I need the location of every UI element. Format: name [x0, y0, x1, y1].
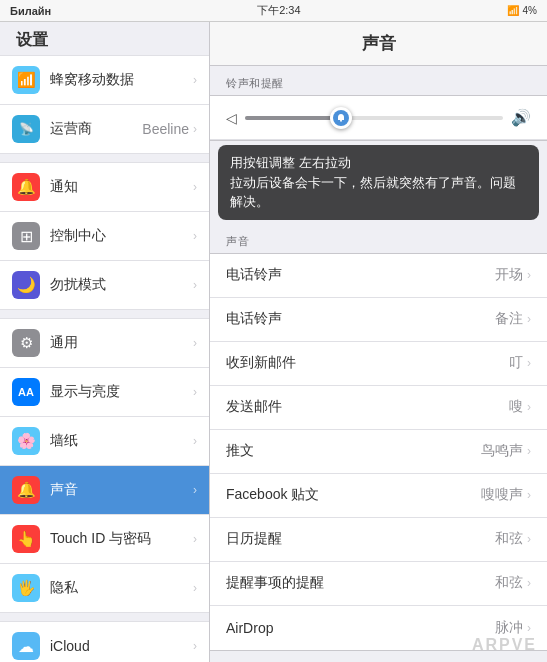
sidebar-label-general: 通用: [50, 334, 193, 352]
chevron-icon-12: ›: [193, 639, 197, 653]
sidebar-item-touchid[interactable]: 👆 Touch ID 与密码 ›: [0, 515, 209, 564]
cellular-icon: 📶: [12, 66, 40, 94]
sidebar-label-cellular: 蜂窝移动数据: [50, 71, 193, 89]
sidebar: 设置 📶 蜂窝移动数据 › 📡 运营商 Beeline › 🔔 通知 › ⊞ 控…: [0, 22, 210, 662]
svg-rect-0: [340, 120, 342, 122]
sidebar-item-dnd[interactable]: 🌙 勿扰模式 ›: [0, 261, 209, 310]
time-label: 下午2:34: [257, 3, 300, 18]
icloud-icon: ☁: [12, 632, 40, 660]
table-row-7[interactable]: 提醒事项的提醒 和弦 ›: [210, 562, 547, 606]
volume-slider-thumb[interactable]: [330, 107, 352, 129]
row-value-3: 嗖: [509, 398, 523, 416]
row-label-6: 日历提醒: [226, 530, 495, 548]
table-row-8[interactable]: AirDrop 脉冲 ›: [210, 606, 547, 650]
volume-high-icon: 🔊: [511, 108, 531, 127]
ringtone-section-label: 铃声和提醒: [210, 66, 547, 95]
row-chevron-8: ›: [527, 621, 531, 635]
tooltip-line1: 用按钮调整 左右拉动: [230, 153, 527, 173]
sidebar-item-control[interactable]: ⊞ 控制中心 ›: [0, 212, 209, 261]
volume-thumb-icon: [333, 110, 349, 126]
control-icon: ⊞: [12, 222, 40, 250]
table-row-6[interactable]: 日历提醒 和弦 ›: [210, 518, 547, 562]
row-chevron-4: ›: [527, 444, 531, 458]
chevron-icon-9: ›: [193, 483, 197, 497]
sidebar-item-icloud[interactable]: ☁ iCloud ›: [0, 621, 209, 662]
sidebar-item-wallpaper[interactable]: 🌸 墙纸 ›: [0, 417, 209, 466]
sound-icon: 🔔: [12, 476, 40, 504]
battery-area: 📶 4%: [507, 5, 537, 16]
row-chevron-6: ›: [527, 532, 531, 546]
sound-section-label: 声音: [210, 224, 547, 253]
row-value-7: 和弦: [495, 574, 523, 592]
row-label-0: 电话铃声: [226, 266, 495, 284]
right-panel: 声音 铃声和提醒 ◁ 🔊: [210, 22, 547, 662]
row-label-2: 收到新邮件: [226, 354, 509, 372]
notification-icon: 🔔: [12, 173, 40, 201]
row-chevron-1: ›: [527, 312, 531, 326]
row-value-6: 和弦: [495, 530, 523, 548]
dnd-icon: 🌙: [12, 271, 40, 299]
volume-slider-fill: [245, 116, 335, 120]
chevron-icon-8: ›: [193, 434, 197, 448]
wifi-icon: 📶: [507, 5, 519, 16]
panel-title: 声音: [210, 22, 547, 66]
tooltip-line2: 拉动后设备会卡一下，然后就突然有了声音。问题解决。: [230, 173, 527, 212]
sidebar-item-sound[interactable]: 🔔 声音 ›: [0, 466, 209, 515]
row-label-8: AirDrop: [226, 620, 495, 636]
wallpaper-icon: 🌸: [12, 427, 40, 455]
row-label-5: Facebook 贴文: [226, 486, 481, 504]
sidebar-item-display[interactable]: AA 显示与亮度 ›: [0, 368, 209, 417]
row-value-0: 开场: [495, 266, 523, 284]
row-chevron-0: ›: [527, 268, 531, 282]
row-chevron-7: ›: [527, 576, 531, 590]
volume-low-icon: ◁: [226, 110, 237, 126]
tooltip-container: 用按钮调整 左右拉动 拉动后设备会卡一下，然后就突然有了声音。问题解决。: [210, 145, 547, 220]
table-row-2[interactable]: 收到新邮件 叮 ›: [210, 342, 547, 386]
sidebar-label-privacy: 隐私: [50, 579, 193, 597]
sidebar-item-privacy[interactable]: 🖐 隐私 ›: [0, 564, 209, 613]
volume-group: ◁ 🔊: [210, 95, 547, 141]
table-row-1[interactable]: 电话铃声 备注 ›: [210, 298, 547, 342]
table-row-4[interactable]: 推文 鸟鸣声 ›: [210, 430, 547, 474]
row-chevron-2: ›: [527, 356, 531, 370]
row-value-5: 嗖嗖声: [481, 486, 523, 504]
sidebar-label-wallpaper: 墙纸: [50, 432, 193, 450]
sidebar-label-display: 显示与亮度: [50, 383, 193, 401]
chevron-icon-5: ›: [193, 278, 197, 292]
display-icon: AA: [12, 378, 40, 406]
sidebar-label-touchid: Touch ID 与密码: [50, 530, 193, 548]
sidebar-label-dnd: 勿扰模式: [50, 276, 193, 294]
row-chevron-5: ›: [527, 488, 531, 502]
sidebar-item-notification[interactable]: 🔔 通知 ›: [0, 162, 209, 212]
general-icon: ⚙: [12, 329, 40, 357]
table-row-3[interactable]: 发送邮件 嗖 ›: [210, 386, 547, 430]
chevron-icon-4: ›: [193, 229, 197, 243]
bell-svg: [336, 113, 346, 123]
chevron-icon-6: ›: [193, 336, 197, 350]
sidebar-item-general[interactable]: ⚙ 通用 ›: [0, 318, 209, 368]
carrier-icon: 📡: [12, 115, 40, 143]
sidebar-label-sound: 声音: [50, 481, 193, 499]
touchid-icon: 👆: [12, 525, 40, 553]
carrier-label: Билайн: [10, 5, 51, 17]
sidebar-label-notification: 通知: [50, 178, 193, 196]
volume-slider-track[interactable]: [245, 116, 503, 120]
sidebar-label-carrier: 运营商: [50, 120, 142, 138]
row-label-1: 电话铃声: [226, 310, 495, 328]
sidebar-item[interactable]: 📶 蜂窝移动数据 ›: [0, 55, 209, 105]
chevron-icon-2: ›: [193, 122, 197, 136]
chevron-icon-7: ›: [193, 385, 197, 399]
sidebar-item-carrier[interactable]: 📡 运营商 Beeline ›: [0, 105, 209, 154]
row-value-4: 鸟鸣声: [481, 442, 523, 460]
chevron-icon: ›: [193, 73, 197, 87]
row-value-8: 脉冲: [495, 619, 523, 637]
sound-rows-group: 电话铃声 开场 › 电话铃声 备注 › 收到新邮件 叮 › 发送邮件 嗖 › 推…: [210, 253, 547, 651]
table-row-0[interactable]: 电话铃声 开场 ›: [210, 254, 547, 298]
tooltip-box: 用按钮调整 左右拉动 拉动后设备会卡一下，然后就突然有了声音。问题解决。: [218, 145, 539, 220]
row-value-2: 叮: [509, 354, 523, 372]
row-label-3: 发送邮件: [226, 398, 509, 416]
table-row-5[interactable]: Facebook 贴文 嗖嗖声 ›: [210, 474, 547, 518]
privacy-icon: 🖐: [12, 574, 40, 602]
chevron-icon-11: ›: [193, 581, 197, 595]
volume-row[interactable]: ◁ 🔊: [210, 96, 547, 140]
